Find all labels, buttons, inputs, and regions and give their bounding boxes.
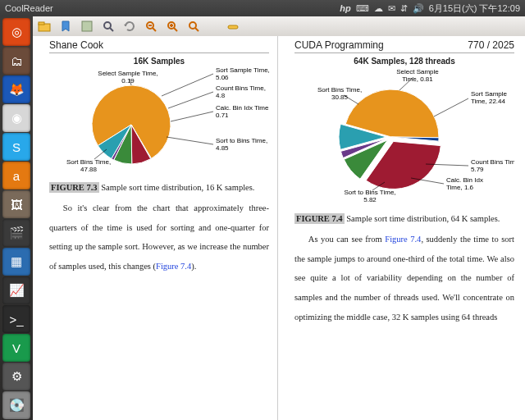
launcher-files[interactable]: 🗂 xyxy=(2,47,30,75)
settings-icon[interactable] xyxy=(80,20,94,33)
svg-text:Calc. Bin Idx Time,: Calc. Bin Idx Time, xyxy=(216,104,269,112)
find-icon[interactable] xyxy=(102,20,115,33)
reader-view[interactable]: Shane Cook 16K Samples Sort Bins Time,47… xyxy=(33,36,525,420)
svg-text:Time, 0.81: Time, 0.81 xyxy=(402,75,433,83)
svg-text:4.8: 4.8 xyxy=(216,92,226,99)
page-counter: 770 / 2025 xyxy=(468,39,514,51)
chart-title-right: 64K Samples, 128 threads xyxy=(294,57,514,66)
network-icon[interactable]: ⇵ xyxy=(400,3,408,14)
svg-text:5.06: 5.06 xyxy=(216,74,229,81)
launcher-gallery[interactable]: ▦ xyxy=(2,248,30,276)
svg-line-7 xyxy=(153,28,156,31)
launcher-vim[interactable]: V xyxy=(2,334,30,362)
svg-text:Count Bins Time,: Count Bins Time, xyxy=(216,84,266,92)
svg-text:Sort Sample Time,: Sort Sample Time, xyxy=(216,67,269,74)
svg-text:Calc. Bin Idx: Calc. Bin Idx xyxy=(446,176,483,184)
left-page: Shane Cook 16K Samples Sort Bins Time,47… xyxy=(33,36,277,420)
launcher-settings[interactable]: ⚙ xyxy=(2,363,30,390)
svg-text:Count Bins Time ,: Count Bins Time , xyxy=(471,158,514,166)
zoom-in-icon[interactable] xyxy=(166,20,179,33)
figure-number: FIGURE 7.3 xyxy=(49,182,99,193)
svg-text:Select Sample Time,: Select Sample Time, xyxy=(98,70,158,77)
svg-text:0.19: 0.19 xyxy=(121,77,135,84)
svg-text:4.85: 4.85 xyxy=(216,144,229,152)
left-page-header: Shane Cook xyxy=(49,39,103,51)
svg-text:Sort Bins Time,: Sort Bins Time, xyxy=(317,86,362,94)
clock[interactable]: 6月15日(六) 下午12:09 xyxy=(429,2,520,15)
chart-title-left: 16K Samples xyxy=(49,57,269,66)
volume-icon[interactable]: 🔊 xyxy=(413,3,424,14)
svg-text:0.71: 0.71 xyxy=(216,112,229,119)
svg-text:5.82: 5.82 xyxy=(363,196,377,203)
keyboard-icon[interactable]: ⌨ xyxy=(356,3,369,14)
launcher-video[interactable]: 🎬 xyxy=(2,219,30,247)
pie-chart-16k: Sort Bins Time,47.88Select Sample Time,0… xyxy=(49,67,269,174)
svg-text:47.88: 47.88 xyxy=(80,166,98,173)
svg-text:Sort Bins Time,: Sort Bins Time, xyxy=(66,158,111,166)
launcher-monitor[interactable]: 📈 xyxy=(2,276,30,304)
bookmark-icon[interactable] xyxy=(59,20,72,33)
svg-text:5.79: 5.79 xyxy=(471,166,484,173)
svg-line-13 xyxy=(195,28,199,31)
figure-caption-7-4: FIGURE 7.4 Sample sort time distribution… xyxy=(294,210,514,228)
body-paragraph: As you can see from Figure 7.4, suddenly… xyxy=(294,230,514,326)
svg-text:Sort to Bins Time,: Sort to Bins Time, xyxy=(344,189,395,196)
svg-text:30.85: 30.85 xyxy=(331,94,349,101)
help-icon[interactable] xyxy=(226,20,240,33)
launcher-amazon[interactable]: a xyxy=(2,162,30,189)
svg-rect-2 xyxy=(82,21,92,31)
figure-caption-7-3: FIGURE 7.3 Sample sort time distribution… xyxy=(49,179,269,197)
right-page-header: CUDA Programming xyxy=(294,39,384,51)
launcher-chrome[interactable]: ◉ xyxy=(2,104,30,132)
launcher-terminal[interactable]: >_ xyxy=(2,305,30,333)
rotate-icon[interactable] xyxy=(123,20,136,33)
body-paragraph: So it's clear from the chart that approx… xyxy=(49,199,269,276)
pie-chart-64k: Sort Bins Time,30.85Select SampleTime, 0… xyxy=(294,67,514,205)
open-icon[interactable] xyxy=(38,20,51,33)
svg-text:Time, 22.44: Time, 22.44 xyxy=(471,98,505,105)
figure-number: FIGURE 7.4 xyxy=(294,213,345,224)
launcher-photos[interactable]: 🖼 xyxy=(2,190,30,218)
system-menubar: CoolReader hp ⌨ ☁ ✉ ⇵ 🔊 6月15日(六) 下午12:09 xyxy=(0,0,525,16)
brand-logo: hp xyxy=(340,3,350,13)
figure-link[interactable]: Figure 7.4 xyxy=(385,235,421,244)
svg-line-4 xyxy=(110,28,113,31)
svg-point-3 xyxy=(104,22,111,29)
svg-text:Select Sample: Select Sample xyxy=(396,68,439,75)
svg-text:Time, 1.6: Time, 1.6 xyxy=(446,184,474,191)
figure-link[interactable]: Figure 7.4 xyxy=(156,262,191,271)
app-toolbar xyxy=(33,16,525,37)
svg-line-11 xyxy=(174,28,177,31)
svg-text:Sort to Bins Time,: Sort to Bins Time, xyxy=(216,137,267,144)
launcher-disk[interactable]: 💽 xyxy=(2,391,30,419)
launcher-skype[interactable]: S xyxy=(2,133,30,161)
svg-point-12 xyxy=(189,22,196,29)
launcher-dash[interactable]: ◎ xyxy=(2,18,30,46)
app-title: CoolReader xyxy=(5,3,53,13)
right-page: CUDA Programming 770 / 2025 64K Samples,… xyxy=(277,36,525,420)
svg-text:Sort Sample: Sort Sample xyxy=(471,90,508,98)
svg-rect-14 xyxy=(228,25,238,29)
launcher-firefox[interactable]: 🦊 xyxy=(2,75,30,103)
mail-icon[interactable]: ✉ xyxy=(388,3,395,14)
svg-rect-1 xyxy=(39,22,44,25)
unity-launcher: ◎🗂🦊◉Sa🖼🎬▦📈>_V⚙💽 xyxy=(0,16,33,420)
cloud-icon[interactable]: ☁ xyxy=(374,3,383,14)
zoom-reset-icon[interactable] xyxy=(187,20,200,33)
zoom-out-icon[interactable] xyxy=(144,20,158,33)
